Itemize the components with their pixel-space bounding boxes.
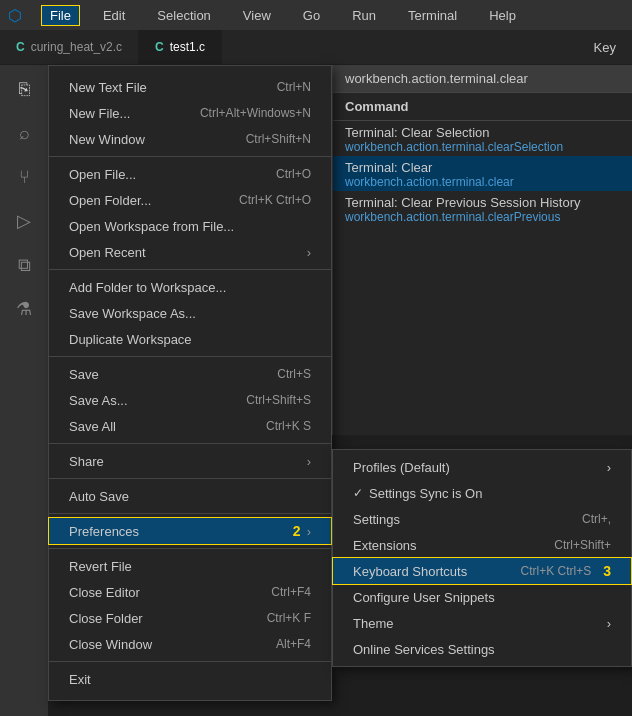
cmd-id-1: workbench.action.terminal.clearSelection <box>345 140 620 154</box>
menu-save[interactable]: Save Ctrl+S <box>49 361 331 387</box>
cmd-title-2: Terminal: Clear <box>345 160 620 175</box>
cmd-title-3: Terminal: Clear Previous Session History <box>345 195 620 210</box>
command-header: Command <box>333 93 632 121</box>
menu-new-file[interactable]: New File... Ctrl+Alt+Windows+N <box>49 100 331 126</box>
menu-save-all[interactable]: Save All Ctrl+K S <box>49 413 331 439</box>
keyboard-shortcuts-badge: 3 <box>603 563 611 579</box>
tab-bar: C curing_heat_v2.c C test1.c Key <box>0 30 632 65</box>
menu-run[interactable]: Run <box>344 6 384 25</box>
menu-file[interactable]: File <box>42 6 79 25</box>
menu-share[interactable]: Share › <box>49 448 331 474</box>
prefs-online-services[interactable]: Online Services Settings <box>333 636 631 662</box>
menu-new-window[interactable]: New Window Ctrl+Shift+N <box>49 126 331 152</box>
cmd-id-3: workbench.action.terminal.clearPrevious <box>345 210 620 224</box>
menu-auto-save[interactable]: Auto Save <box>49 483 331 509</box>
menu-close-folder[interactable]: Close Folder Ctrl+K F <box>49 605 331 631</box>
prefs-extensions[interactable]: Extensions Ctrl+Shift+ <box>333 532 631 558</box>
menu-view[interactable]: View <box>235 6 279 25</box>
tab-test1-label: test1.c <box>170 40 205 54</box>
menu-help[interactable]: Help <box>481 6 524 25</box>
command-item-clear-selection[interactable]: Terminal: Clear Selection workbench.acti… <box>333 121 632 156</box>
vsc-logo-icon: ⬡ <box>8 6 22 25</box>
prefs-profiles[interactable]: Profiles (Default) › <box>333 454 631 480</box>
command-item-clear[interactable]: Terminal: Clear workbench.action.termina… <box>333 156 632 191</box>
sidebar: ⎘ ⌕ ⑂ ▷ ⧉ ⚗ <box>0 65 48 716</box>
cmd-id-2: workbench.action.terminal.clear <box>345 175 620 189</box>
file-menu-dropdown: New Text File Ctrl+N New File... Ctrl+Al… <box>48 65 332 701</box>
menu-section-new: New Text File Ctrl+N New File... Ctrl+Al… <box>49 70 331 157</box>
sidebar-icon-extensions[interactable]: ⧉ <box>8 249 40 281</box>
command-item-clear-history[interactable]: Terminal: Clear Previous Session History… <box>333 191 632 226</box>
menu-save-as[interactable]: Save As... Ctrl+Shift+S <box>49 387 331 413</box>
sidebar-icon-debug[interactable]: ▷ <box>8 205 40 237</box>
check-icon: ✓ <box>353 486 363 500</box>
sidebar-icon-explorer[interactable]: ⎘ <box>8 73 40 105</box>
menu-exit[interactable]: Exit <box>49 666 331 692</box>
preferences-badge: 2 <box>293 523 301 539</box>
menu-section-share: Share › <box>49 444 331 479</box>
sidebar-icon-source-control[interactable]: ⑂ <box>8 161 40 193</box>
tab-c-icon2: C <box>155 40 164 54</box>
menu-section-close: Revert File Close Editor Ctrl+F4 Close F… <box>49 549 331 662</box>
preferences-submenu: Profiles (Default) › ✓ Settings Sync is … <box>332 449 632 667</box>
menu-section-save: Save Ctrl+S Save As... Ctrl+Shift+S Save… <box>49 357 331 444</box>
menu-selection[interactable]: Selection <box>149 6 218 25</box>
prefs-configure-user-snippets[interactable]: Configure User Snippets <box>333 584 631 610</box>
menu-go[interactable]: Go <box>295 6 328 25</box>
prefs-keyboard-shortcuts[interactable]: Keyboard Shortcuts Ctrl+K Ctrl+S 3 <box>333 558 631 584</box>
menu-new-text-file[interactable]: New Text File Ctrl+N <box>49 74 331 100</box>
menu-close-window[interactable]: Close Window Alt+F4 <box>49 631 331 657</box>
menu-open-file[interactable]: Open File... Ctrl+O <box>49 161 331 187</box>
menu-section-autosave: Auto Save <box>49 479 331 514</box>
cmd-title-1: Terminal: Clear Selection <box>345 125 620 140</box>
menu-close-editor[interactable]: Close Editor Ctrl+F4 <box>49 579 331 605</box>
menu-edit[interactable]: Edit <box>95 6 133 25</box>
prefs-theme[interactable]: Theme › <box>333 610 631 636</box>
menu-section-preferences: Preferences 2 › <box>49 514 331 549</box>
menu-revert-file[interactable]: Revert File <box>49 553 331 579</box>
menu-bar: ⬡ File Edit Selection View Go Run Termin… <box>0 0 632 30</box>
menu-open-workspace[interactable]: Open Workspace from File... <box>49 213 331 239</box>
content-area: ⎘ ⌕ ⑂ ▷ ⧉ ⚗ workbench.action.terminal.cl… <box>0 65 632 716</box>
menu-terminal[interactable]: Terminal <box>400 6 465 25</box>
tab-curing-label: curing_heat_v2.c <box>31 40 122 54</box>
command-palette: workbench.action.terminal.clear Command … <box>332 65 632 435</box>
menu-preferences[interactable]: Preferences 2 › <box>49 518 331 544</box>
tab-curing[interactable]: C curing_heat_v2.c <box>0 30 139 65</box>
menu-section-exit: Exit <box>49 662 331 696</box>
menu-section-open: Open File... Ctrl+O Open Folder... Ctrl+… <box>49 157 331 270</box>
menu-open-recent[interactable]: Open Recent › <box>49 239 331 265</box>
menu-save-workspace-as[interactable]: Save Workspace As... <box>49 300 331 326</box>
menu-section-workspace: Add Folder to Workspace... Save Workspac… <box>49 270 331 357</box>
prefs-settings[interactable]: Settings Ctrl+, <box>333 506 631 532</box>
tab-test1[interactable]: C test1.c <box>139 30 222 65</box>
menu-duplicate-workspace[interactable]: Duplicate Workspace <box>49 326 331 352</box>
prefs-settings-sync[interactable]: ✓ Settings Sync is On <box>333 480 631 506</box>
tab-c-icon: C <box>16 40 25 54</box>
tab-key-suffix: Key <box>578 40 632 55</box>
command-search-text: workbench.action.terminal.clear <box>333 65 632 93</box>
menu-add-folder[interactable]: Add Folder to Workspace... <box>49 274 331 300</box>
menu-open-folder[interactable]: Open Folder... Ctrl+K Ctrl+O <box>49 187 331 213</box>
sidebar-icon-flask[interactable]: ⚗ <box>8 293 40 325</box>
sidebar-icon-search[interactable]: ⌕ <box>8 117 40 149</box>
